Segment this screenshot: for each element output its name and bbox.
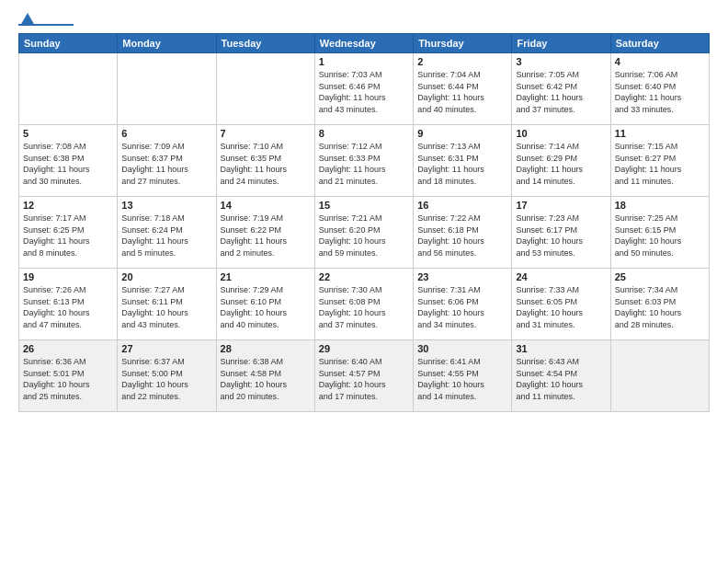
calendar-cell: 21Sunrise: 7:29 AM Sunset: 6:10 PM Dayli… xyxy=(216,269,314,340)
weekday-header-monday: Monday xyxy=(118,34,216,53)
day-number: 3 xyxy=(516,56,606,67)
day-info: Sunrise: 7:30 AM Sunset: 6:08 PM Dayligh… xyxy=(319,284,409,330)
day-number: 23 xyxy=(417,271,507,282)
calendar-cell xyxy=(118,53,216,125)
calendar-cell: 3Sunrise: 7:05 AM Sunset: 6:42 PM Daylig… xyxy=(512,53,610,125)
calendar-cell: 15Sunrise: 7:21 AM Sunset: 6:20 PM Dayli… xyxy=(314,197,413,269)
calendar-cell: 2Sunrise: 7:04 AM Sunset: 6:44 PM Daylig… xyxy=(414,53,512,125)
day-number: 7 xyxy=(221,128,311,139)
day-info: Sunrise: 7:22 AM Sunset: 6:18 PM Dayligh… xyxy=(417,213,507,259)
page: SundayMondayTuesdayWednesdayThursdayFrid… xyxy=(0,0,728,563)
day-info: Sunrise: 7:06 AM Sunset: 6:40 PM Dayligh… xyxy=(615,69,705,115)
calendar-cell: 8Sunrise: 7:12 AM Sunset: 6:33 PM Daylig… xyxy=(314,125,413,197)
day-info: Sunrise: 7:13 AM Sunset: 6:31 PM Dayligh… xyxy=(417,141,507,187)
day-info: Sunrise: 7:14 AM Sunset: 6:29 PM Dayligh… xyxy=(516,141,606,187)
week-row-4: 19Sunrise: 7:26 AM Sunset: 6:13 PM Dayli… xyxy=(19,269,710,340)
calendar-cell: 14Sunrise: 7:19 AM Sunset: 6:22 PM Dayli… xyxy=(216,197,314,269)
day-number: 25 xyxy=(615,271,705,282)
day-info: Sunrise: 7:17 AM Sunset: 6:25 PM Dayligh… xyxy=(23,213,113,259)
calendar-cell: 6Sunrise: 7:09 AM Sunset: 6:37 PM Daylig… xyxy=(118,125,216,197)
day-info: Sunrise: 7:31 AM Sunset: 6:06 PM Dayligh… xyxy=(417,284,507,330)
day-number: 12 xyxy=(23,200,113,211)
day-number: 22 xyxy=(319,271,409,282)
day-info: Sunrise: 7:25 AM Sunset: 6:15 PM Dayligh… xyxy=(615,213,705,259)
day-number: 16 xyxy=(417,200,507,211)
day-number: 24 xyxy=(516,271,606,282)
calendar-cell: 11Sunrise: 7:15 AM Sunset: 6:27 PM Dayli… xyxy=(610,125,709,197)
weekday-header-thursday: Thursday xyxy=(414,34,512,53)
day-number: 6 xyxy=(121,128,211,139)
day-number: 30 xyxy=(417,343,507,354)
day-info: Sunrise: 7:18 AM Sunset: 6:24 PM Dayligh… xyxy=(121,213,211,259)
day-number: 19 xyxy=(23,271,113,282)
day-number: 14 xyxy=(221,200,311,211)
weekday-header-tuesday: Tuesday xyxy=(216,34,314,53)
weekday-header-row: SundayMondayTuesdayWednesdayThursdayFrid… xyxy=(19,34,710,53)
calendar-cell: 29Sunrise: 6:40 AM Sunset: 4:57 PM Dayli… xyxy=(314,340,413,412)
calendar-cell: 19Sunrise: 7:26 AM Sunset: 6:13 PM Dayli… xyxy=(19,269,118,340)
day-info: Sunrise: 7:26 AM Sunset: 6:13 PM Dayligh… xyxy=(23,284,113,330)
day-number: 11 xyxy=(615,128,705,139)
day-number: 18 xyxy=(615,200,705,211)
calendar-cell: 25Sunrise: 7:34 AM Sunset: 6:03 PM Dayli… xyxy=(610,269,709,340)
day-number: 26 xyxy=(23,343,113,354)
week-row-3: 12Sunrise: 7:17 AM Sunset: 6:25 PM Dayli… xyxy=(19,197,710,269)
day-number: 10 xyxy=(516,128,606,139)
day-info: Sunrise: 7:12 AM Sunset: 6:33 PM Dayligh… xyxy=(319,141,409,187)
day-info: Sunrise: 6:37 AM Sunset: 5:00 PM Dayligh… xyxy=(121,356,211,402)
weekday-header-wednesday: Wednesday xyxy=(314,34,413,53)
day-number: 2 xyxy=(417,56,507,67)
week-row-2: 5Sunrise: 7:08 AM Sunset: 6:38 PM Daylig… xyxy=(19,125,710,197)
day-number: 9 xyxy=(417,128,507,139)
day-info: Sunrise: 7:05 AM Sunset: 6:42 PM Dayligh… xyxy=(516,69,606,115)
day-info: Sunrise: 6:41 AM Sunset: 4:55 PM Dayligh… xyxy=(417,356,507,402)
calendar-cell: 31Sunrise: 6:43 AM Sunset: 4:54 PM Dayli… xyxy=(512,340,610,412)
calendar-cell xyxy=(19,53,118,125)
calendar-cell: 26Sunrise: 6:36 AM Sunset: 5:01 PM Dayli… xyxy=(19,340,118,412)
day-info: Sunrise: 7:04 AM Sunset: 6:44 PM Dayligh… xyxy=(417,69,507,115)
calendar-table: SundayMondayTuesdayWednesdayThursdayFrid… xyxy=(18,33,710,412)
calendar-cell: 7Sunrise: 7:10 AM Sunset: 6:35 PM Daylig… xyxy=(216,125,314,197)
calendar-cell: 13Sunrise: 7:18 AM Sunset: 6:24 PM Dayli… xyxy=(118,197,216,269)
calendar-cell: 28Sunrise: 6:38 AM Sunset: 4:58 PM Dayli… xyxy=(216,340,314,412)
calendar-cell: 16Sunrise: 7:22 AM Sunset: 6:18 PM Dayli… xyxy=(414,197,512,269)
day-info: Sunrise: 7:23 AM Sunset: 6:17 PM Dayligh… xyxy=(516,213,606,259)
weekday-header-sunday: Sunday xyxy=(19,34,118,53)
calendar-cell: 17Sunrise: 7:23 AM Sunset: 6:17 PM Dayli… xyxy=(512,197,610,269)
logo-line xyxy=(18,24,74,26)
calendar-cell xyxy=(216,53,314,125)
day-info: Sunrise: 7:27 AM Sunset: 6:11 PM Dayligh… xyxy=(121,284,211,330)
day-info: Sunrise: 7:10 AM Sunset: 6:35 PM Dayligh… xyxy=(221,141,311,187)
day-info: Sunrise: 7:08 AM Sunset: 6:38 PM Dayligh… xyxy=(23,141,113,187)
day-info: Sunrise: 7:19 AM Sunset: 6:22 PM Dayligh… xyxy=(221,213,311,259)
day-number: 8 xyxy=(319,128,409,139)
day-info: Sunrise: 6:36 AM Sunset: 5:01 PM Dayligh… xyxy=(23,356,113,402)
day-info: Sunrise: 7:03 AM Sunset: 6:46 PM Dayligh… xyxy=(319,69,409,115)
day-number: 4 xyxy=(615,56,705,67)
week-row-5: 26Sunrise: 6:36 AM Sunset: 5:01 PM Dayli… xyxy=(19,340,710,412)
calendar-cell: 4Sunrise: 7:06 AM Sunset: 6:40 PM Daylig… xyxy=(610,53,709,125)
logo xyxy=(18,17,74,26)
day-number: 5 xyxy=(23,128,113,139)
day-info: Sunrise: 6:43 AM Sunset: 4:54 PM Dayligh… xyxy=(516,356,606,402)
weekday-header-friday: Friday xyxy=(512,34,610,53)
day-info: Sunrise: 7:33 AM Sunset: 6:05 PM Dayligh… xyxy=(516,284,606,330)
day-info: Sunrise: 7:09 AM Sunset: 6:37 PM Dayligh… xyxy=(121,141,211,187)
day-info: Sunrise: 7:15 AM Sunset: 6:27 PM Dayligh… xyxy=(615,141,705,187)
day-number: 1 xyxy=(319,56,409,67)
day-number: 15 xyxy=(319,200,409,211)
day-number: 20 xyxy=(121,271,211,282)
day-info: Sunrise: 6:38 AM Sunset: 4:58 PM Dayligh… xyxy=(221,356,311,402)
day-info: Sunrise: 6:40 AM Sunset: 4:57 PM Dayligh… xyxy=(319,356,409,402)
calendar-cell: 24Sunrise: 7:33 AM Sunset: 6:05 PM Dayli… xyxy=(512,269,610,340)
day-info: Sunrise: 7:21 AM Sunset: 6:20 PM Dayligh… xyxy=(319,213,409,259)
calendar-cell: 18Sunrise: 7:25 AM Sunset: 6:15 PM Dayli… xyxy=(610,197,709,269)
calendar-cell: 10Sunrise: 7:14 AM Sunset: 6:29 PM Dayli… xyxy=(512,125,610,197)
day-number: 13 xyxy=(121,200,211,211)
day-number: 31 xyxy=(516,343,606,354)
day-info: Sunrise: 7:34 AM Sunset: 6:03 PM Dayligh… xyxy=(615,284,705,330)
calendar-cell: 30Sunrise: 6:41 AM Sunset: 4:55 PM Dayli… xyxy=(414,340,512,412)
day-number: 28 xyxy=(221,343,311,354)
calendar-cell: 20Sunrise: 7:27 AM Sunset: 6:11 PM Dayli… xyxy=(118,269,216,340)
calendar-cell: 12Sunrise: 7:17 AM Sunset: 6:25 PM Dayli… xyxy=(19,197,118,269)
